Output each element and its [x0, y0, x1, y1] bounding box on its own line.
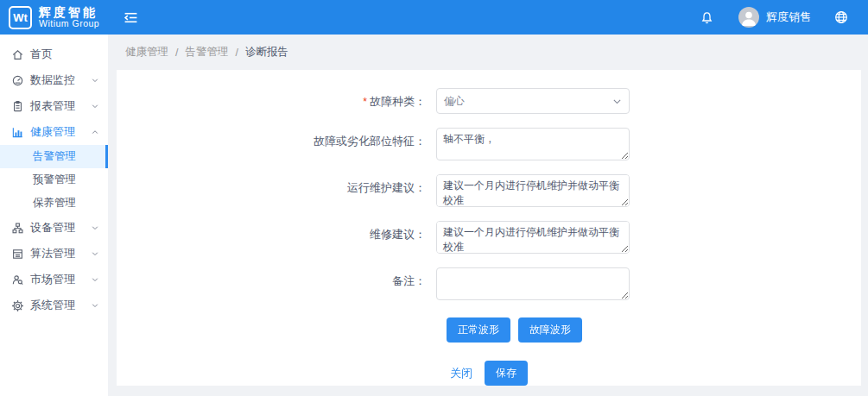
sidebar-item-label: 健康管理 — [30, 124, 75, 140]
maintenance-textarea[interactable]: 建议一个月内进行停机维护并做动平衡校准 — [436, 174, 630, 207]
fault-type-select[interactable]: 偏心 — [436, 88, 630, 114]
remark-textarea[interactable] — [436, 267, 630, 300]
sidebar-subitem-warning[interactable]: 预警管理 — [0, 168, 108, 192]
breadcrumb: 健康管理 / 告警管理 / 诊断报告 — [108, 35, 868, 70]
chevron-down-icon — [91, 76, 99, 85]
remark-label: 备注： — [117, 267, 436, 289]
form-row-fault-type: *故障种类： 偏心 — [117, 88, 861, 114]
breadcrumb-separator: / — [235, 47, 238, 59]
monitor-icon — [11, 74, 24, 87]
sidebar-item-devices[interactable]: 设备管理 — [0, 215, 108, 241]
menu-fold-icon[interactable] — [124, 10, 138, 25]
sidebar-item-label: 系统管理 — [30, 298, 75, 313]
required-mark: * — [363, 96, 367, 108]
topbar: Wt 辉度智能 Witium Group 辉度销售 — [0, 0, 868, 35]
sidebar-item-algorithms[interactable]: 算法管理 — [0, 241, 108, 267]
sidebar-item-label: 数据监控 — [30, 72, 75, 88]
fault-type-value: 偏心 — [444, 94, 465, 109]
sidebar-item-home[interactable]: 首页 — [0, 41, 108, 67]
feature-textarea[interactable]: 轴不平衡， — [436, 128, 630, 160]
sidebar-item-label: 报表管理 — [30, 98, 75, 114]
brand-name-zh: 辉度智能 — [39, 6, 99, 19]
sidebar-item-market[interactable]: 市场管理 — [0, 267, 108, 292]
close-button[interactable]: 关闭 — [450, 366, 472, 381]
sidebar-subitem-maintain[interactable]: 保养管理 — [0, 192, 108, 215]
breadcrumb-separator: / — [175, 47, 178, 59]
waveform-buttons: 正常波形 故障波形 — [447, 317, 861, 343]
chevron-down-icon — [91, 249, 99, 258]
chevron-down-icon — [611, 96, 623, 107]
fault-waveform-button[interactable]: 故障波形 — [518, 317, 582, 343]
form-row-repair: 维修建议： 建议一个月内进行停机维护并做动平衡校准 — [117, 221, 861, 254]
avatar[interactable] — [738, 7, 759, 28]
globe-icon[interactable] — [833, 9, 849, 25]
sidebar-item-data-monitor[interactable]: 数据监控 — [0, 67, 108, 93]
breadcrumb-item[interactable]: 健康管理 — [125, 45, 168, 60]
brand-name: 辉度智能 Witium Group — [39, 6, 99, 29]
sidebar-item-reports[interactable]: 报表管理 — [0, 93, 108, 119]
algorithm-icon — [11, 248, 24, 261]
sidebar-item-label: 首页 — [30, 47, 53, 62]
form-row-maintenance: 运行维护建议： 建议一个月内进行停机维护并做动平衡校准 — [117, 174, 861, 207]
breadcrumb-current: 诊断报告 — [245, 45, 288, 60]
breadcrumb-item[interactable]: 告警管理 — [185, 45, 228, 60]
report-icon — [11, 100, 24, 113]
form-row-feature: 故障或劣化部位特征： 轴不平衡， — [117, 128, 861, 160]
sidebar-item-health[interactable]: 健康管理 — [0, 119, 108, 145]
chevron-down-icon — [91, 223, 99, 232]
sidebar-item-label: 预警管理 — [33, 173, 76, 187]
chevron-up-icon — [91, 128, 99, 136]
market-icon — [11, 273, 24, 286]
sidebar-item-label: 告警管理 — [33, 149, 76, 164]
sidebar-item-system[interactable]: 系统管理 — [0, 292, 108, 318]
health-chart-icon — [11, 126, 24, 139]
chevron-down-icon — [91, 275, 99, 284]
bell-icon[interactable] — [700, 10, 714, 25]
chevron-down-icon — [91, 301, 99, 310]
brand-logo: Wt — [9, 6, 32, 29]
fault-type-label: *故障种类： — [117, 88, 436, 110]
feature-label: 故障或劣化部位特征： — [117, 128, 436, 149]
normal-waveform-button[interactable]: 正常波形 — [447, 317, 510, 343]
diagnosis-report-form: *故障种类： 偏心 故障或劣化部位特征： 轴不平衡， 运行维护建议： 建议一个月… — [117, 70, 861, 386]
home-icon — [11, 48, 24, 61]
maintenance-label: 运行维护建议： — [117, 174, 436, 196]
brand-name-en: Witium Group — [39, 19, 99, 29]
chevron-down-icon — [91, 102, 99, 110]
gear-icon — [11, 299, 24, 312]
main-content: 健康管理 / 告警管理 / 诊断报告 *故障种类： 偏心 故障或劣化部位特征： … — [108, 35, 868, 396]
sidebar-item-label: 市场管理 — [30, 272, 75, 287]
username[interactable]: 辉度销售 — [766, 9, 811, 25]
repair-label: 维修建议： — [117, 221, 436, 242]
form-footer: 关闭 保存 — [117, 361, 861, 386]
repair-textarea[interactable]: 建议一个月内进行停机维护并做动平衡校准 — [436, 221, 630, 254]
sidebar-item-label: 保养管理 — [33, 196, 76, 211]
sidebar-subitem-alarm[interactable]: 告警管理 — [0, 145, 108, 168]
device-cluster-icon — [11, 222, 24, 235]
sidebar: 首页 数据监控 报表管理 健康管理 — [0, 35, 108, 396]
sidebar-item-label: 算法管理 — [30, 246, 75, 261]
save-button[interactable]: 保存 — [485, 361, 528, 386]
sidebar-item-label: 设备管理 — [30, 220, 75, 236]
form-row-remark: 备注： — [117, 267, 861, 300]
